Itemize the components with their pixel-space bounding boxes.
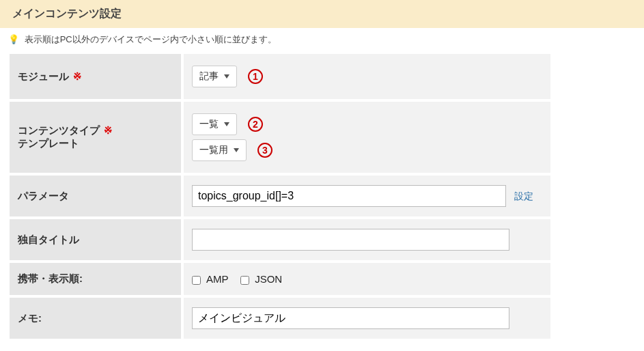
annotation-2: 2	[248, 117, 263, 132]
hint-row: 💡 表示順はPC以外のデバイスでページ内で小さい順に並びます。	[0, 28, 644, 51]
row-custom-title: 独自タイトル	[8, 218, 552, 262]
custom-title-input[interactable]	[192, 229, 509, 251]
caret-down-icon	[234, 148, 239, 152]
dropdown-template[interactable]: 一覧用	[192, 139, 247, 161]
label-mobile-order: 携帯・表示順:	[8, 262, 182, 296]
checkbox-json[interactable]	[240, 276, 249, 285]
checkbox-amp-label: AMP	[206, 273, 229, 285]
checkbox-json-label: JSON	[255, 273, 282, 285]
section-title: メインコンテンツ設定	[12, 8, 122, 19]
bulb-icon: 💡	[8, 34, 19, 44]
settings-table: モジュール ※ 記事 1 コンテンツタイプ ※ テンプレート 一覧 2	[7, 51, 553, 341]
required-mark: ※	[104, 124, 113, 136]
label-module: モジュール ※	[8, 53, 182, 100]
required-mark: ※	[73, 70, 82, 82]
parameter-input[interactable]	[192, 185, 506, 207]
caret-down-icon	[224, 122, 229, 126]
dropdown-module[interactable]: 記事	[192, 66, 237, 87]
row-mobile-order: 携帯・表示順: AMP JSON	[8, 262, 552, 296]
row-module: モジュール ※ 記事 1	[8, 53, 552, 100]
dropdown-content-type[interactable]: 一覧	[192, 113, 237, 135]
parameter-settings-link[interactable]: 設定	[514, 191, 533, 201]
row-parameter: パラメータ 設定	[8, 174, 552, 218]
section-header: メインコンテンツ設定	[0, 0, 644, 28]
label-custom-title: 独自タイトル	[8, 218, 182, 262]
hint-text: 表示順はPC以外のデバイスでページ内で小さい順に並びます。	[25, 34, 277, 44]
caret-down-icon	[224, 74, 229, 79]
memo-input[interactable]	[192, 307, 509, 329]
label-memo: メモ:	[8, 296, 182, 340]
checkbox-amp[interactable]	[192, 276, 201, 285]
label-content-type: コンテンツタイプ ※ テンプレート	[8, 100, 182, 174]
row-content-type: コンテンツタイプ ※ テンプレート 一覧 2 一覧用 3	[8, 100, 552, 174]
label-parameter: パラメータ	[8, 174, 182, 218]
annotation-3: 3	[257, 143, 272, 158]
annotation-1: 1	[248, 69, 263, 84]
row-memo: メモ:	[8, 296, 552, 340]
